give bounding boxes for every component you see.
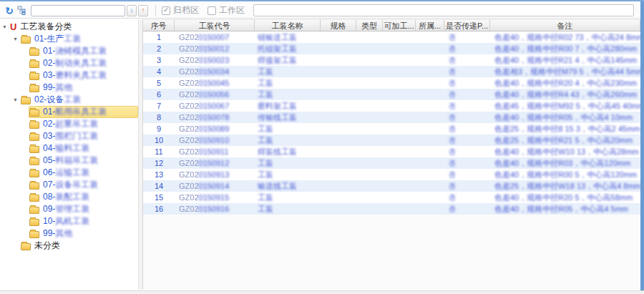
tree-label-plain: 工艺装备分类 xyxy=(20,21,72,31)
name-redacted: 磨料架工装 xyxy=(258,102,297,110)
column-header-remark[interactable]: 备注 xyxy=(490,19,640,31)
tree-item[interactable]: 03-磨料夹具工装 xyxy=(0,69,138,82)
tree-item[interactable]: 08-装配工装 xyxy=(0,191,138,203)
tree-item[interactable]: 01-浇铸模具工装 xyxy=(0,45,138,57)
tree-search-input[interactable] xyxy=(31,5,125,16)
column-header-type[interactable]: 类型 xyxy=(356,19,383,31)
cell-code: GZ020150916 xyxy=(175,203,255,215)
table-row[interactable]: 4GZ020150034工装否色差相3，规格中径M79 5，中心高44 5mm xyxy=(143,66,640,77)
tree-item[interactable]: 99-其他 xyxy=(0,227,138,240)
tree-label-plain: 05- xyxy=(43,155,55,165)
tree-label-redacted: 设备吊工装 xyxy=(55,180,98,190)
tree-item[interactable]: 02-制动夹具工装 xyxy=(0,57,138,69)
refresh-button[interactable]: ↻ xyxy=(3,4,16,17)
transfer-redacted: 否 xyxy=(449,91,456,99)
tree-item-body: 02-制动夹具工装 xyxy=(29,57,138,69)
cell-belong xyxy=(416,54,444,66)
tree-item[interactable]: 03-围栏门工装 xyxy=(0,130,138,142)
cell-seq: 6 xyxy=(143,89,175,100)
cell-name: 链输送工装 xyxy=(255,31,321,43)
cell-code: GZ020150910 xyxy=(175,134,255,146)
column-header-name[interactable]: 工装名称 xyxy=(255,19,321,31)
cell-type xyxy=(356,112,383,123)
table-row[interactable]: 13GZ020150913工装否色差40，规格中径R00 5，中心高120mm xyxy=(143,169,640,180)
tree-label-plain: 02-设备 xyxy=(34,94,64,104)
table-row[interactable]: 11GZ020150911焊装线工装否色差40，规格中径W10 13，中心高28… xyxy=(143,146,640,157)
table-row[interactable]: 12GZ020150912工装否色差40，规格中径R03，中心高120mm xyxy=(143,157,640,169)
tree-item[interactable]: 06-运输工装 xyxy=(0,167,138,179)
code-prefix: GZ02 xyxy=(179,136,199,144)
table-row[interactable]: 16GZ020150916工装否色差40，规格中径R05，中心高4 5mm xyxy=(143,203,640,215)
cell-seq: 1 xyxy=(143,31,175,43)
table-row[interactable]: 7GZ020150067磨料架工装否色差45，规格中径M92 5，中心高45 4… xyxy=(143,100,640,112)
transfer-redacted: 否 xyxy=(449,148,456,156)
tree-item[interactable]: 未分类 xyxy=(0,240,138,252)
table-row[interactable]: 2GZ020150012托辊架工装否色差40，规格中径R00 7，中心高280m… xyxy=(143,43,640,54)
tree-item[interactable]: 10-风机工装 xyxy=(0,215,138,227)
tree-item-label: 08-装配工装 xyxy=(43,191,89,203)
expander-icon[interactable]: ▼ xyxy=(13,36,20,41)
cell-mach xyxy=(383,100,416,112)
table-row[interactable]: 9GZ020150089工装否色差25，规格中径8 15 3，中心高2 45mm xyxy=(143,123,640,134)
tree-item[interactable]: 01-船用吊具工装 xyxy=(0,106,138,118)
cell-transfer: 否 xyxy=(444,89,490,100)
tree-item[interactable]: ▼01-生产工装 xyxy=(0,33,138,45)
tree-item[interactable]: ▼02-设备工装 xyxy=(0,94,138,106)
tree-item[interactable]: 02-起重吊工装 xyxy=(0,118,138,130)
panel-splitter[interactable] xyxy=(138,19,143,290)
cell-type xyxy=(356,203,383,215)
table-row[interactable]: 1GZ020150007链输送工装否色差40，规格中径R02 73，中心高24 … xyxy=(143,31,640,43)
table-row[interactable]: 6GZ020150056工装否色差40，规格中径R4 43，中心高260mm xyxy=(143,89,640,100)
remark-redacted: 色差40，规格中径R21 4，中心高145mm xyxy=(494,56,637,64)
tree-item[interactable]: 04-输料工装 xyxy=(0,142,138,155)
column-header-seq[interactable]: 序号 xyxy=(143,19,175,31)
tree-item[interactable]: 99-其他 xyxy=(0,82,138,94)
search-next-button[interactable]: ↓ xyxy=(127,5,137,16)
table-row[interactable]: 3GZ020150023焊接架工装否色差40，规格中径R21 4，中心高145m… xyxy=(143,54,640,66)
work-area-checkbox[interactable]: 工作区 xyxy=(208,4,245,16)
table-row[interactable]: 5GZ020150045工装否色差40，规格中径R20 4，中心高230mm xyxy=(143,77,640,89)
cell-mach xyxy=(383,77,416,89)
cell-remark: 色差40，规格中径R00 5，中心高120mm xyxy=(490,169,640,180)
cell-belong xyxy=(416,100,444,112)
category-tree: ▼U工艺装备分类▼01-生产工装01-浇铸模具工装02-制动夹具工装03-磨料夹… xyxy=(0,19,138,290)
cell-name: 传输线工装 xyxy=(255,112,321,123)
tree-label-redacted: 船用吊具工装 xyxy=(55,107,107,117)
code-prefix: GZ02 xyxy=(179,205,199,213)
tree-item[interactable]: ▼U工艺装备分类 xyxy=(0,21,138,33)
code-prefix: GZ02 xyxy=(179,67,199,76)
column-header-mach[interactable]: 可加工... xyxy=(383,19,416,31)
transfer-redacted: 否 xyxy=(449,114,456,122)
expand-tree-button[interactable] xyxy=(16,4,29,17)
expander-icon[interactable]: ▼ xyxy=(13,97,20,102)
cell-belong xyxy=(416,134,444,146)
cell-type xyxy=(356,77,383,89)
column-header-code[interactable]: 工装代号 xyxy=(175,19,255,31)
tree-item-body: 04-输料工装 xyxy=(29,142,138,155)
table-row[interactable]: 14GZ020150914输送线工装否色差25，规格中径W18 13，中心高4 … xyxy=(143,180,640,192)
search-prev-button[interactable]: ↑ xyxy=(138,5,148,16)
quick-filter-input[interactable] xyxy=(253,4,634,16)
code-prefix: GZ02 xyxy=(179,90,199,99)
table-row[interactable]: 8GZ020150078传输线工装否色差40，规格中径R05，中心高4 10mm xyxy=(143,112,640,123)
column-header-spec[interactable]: 规格 xyxy=(321,19,356,31)
tree-item[interactable]: 05-料箱吊工装 xyxy=(0,155,138,167)
cell-remark: 色差45，规格中径M92 5，中心高45 40mm xyxy=(490,100,640,112)
cell-remark: 色差40，规格中径R05，中心高4 5mm xyxy=(490,203,640,215)
tree-item[interactable]: 09-管理工装 xyxy=(0,203,138,215)
cell-code: GZ020150045 xyxy=(175,77,255,89)
column-header-transfer[interactable]: 是否传递P... xyxy=(444,19,490,31)
cell-spec xyxy=(321,77,356,89)
code-prefix: GZ02 xyxy=(179,102,199,110)
table-header: 序号工装代号工装名称规格类型可加工...所属...是否传递P...备注 xyxy=(143,19,640,31)
table-row[interactable]: 10GZ020150910工装否色差25，规格中径R21 5，中心高20mm xyxy=(143,134,640,146)
table-row[interactable]: 15GZ020150915工装否色差40，规格中径R20 5，中心高58mm xyxy=(143,192,640,203)
cell-type xyxy=(356,100,383,112)
column-header-belong[interactable]: 所属... xyxy=(416,19,444,31)
archive-area-checkbox[interactable]: 归档区 xyxy=(162,4,199,16)
name-redacted: 工装 xyxy=(258,67,273,76)
folder-icon xyxy=(29,219,39,226)
expander-icon[interactable]: ▼ xyxy=(2,24,9,29)
tree-item[interactable]: 07-设备吊工装 xyxy=(0,179,138,191)
tree-item-body: 05-料箱吊工装 xyxy=(29,155,138,167)
